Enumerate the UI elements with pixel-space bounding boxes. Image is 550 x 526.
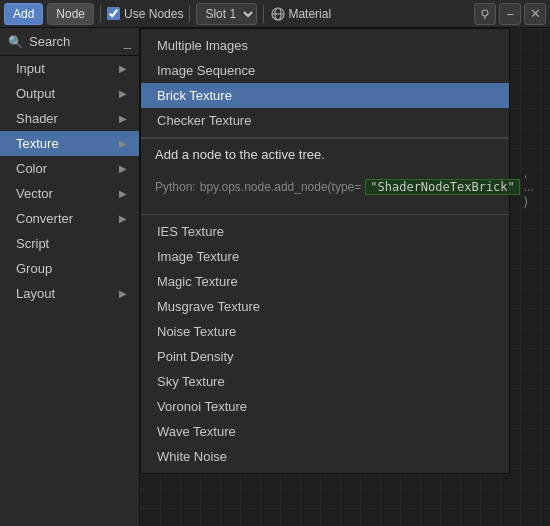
sidebar-item-group[interactable]: Group (0, 256, 139, 281)
search-cursor: _ (124, 34, 131, 49)
grid-background: Multiple ImagesImage SequenceBrick Textu… (140, 28, 550, 526)
sidebar-item-input[interactable]: Input▶ (0, 56, 139, 81)
dropdown-section-top: Multiple ImagesImage SequenceBrick Textu… (141, 29, 509, 138)
dropdown-item-sky-texture[interactable]: Sky Texture (141, 369, 509, 394)
header-bar: Add Node Use Nodes Slot 1 Material − ✕ (0, 0, 550, 28)
sidebar-arrow-converter: ▶ (119, 213, 127, 224)
sidebar-item-shader[interactable]: Shader▶ (0, 106, 139, 131)
svg-point-3 (482, 10, 488, 16)
sidebar-item-label-texture: Texture (16, 136, 59, 151)
dropdown-item-checker-texture[interactable]: Checker Texture (141, 108, 509, 133)
tooltip-python-suffix: , ... ) (524, 166, 534, 208)
dropdown-item-white-noise[interactable]: White Noise (141, 444, 509, 469)
dropdown-item-image-texture[interactable]: Image Texture (141, 244, 509, 269)
dropdown-item-multiple-images[interactable]: Multiple Images (141, 33, 509, 58)
dropdown-item-musgrave-texture[interactable]: Musgrave Texture (141, 294, 509, 319)
sidebar-item-layout[interactable]: Layout▶ (0, 281, 139, 306)
dropdown-item-point-density[interactable]: Point Density (141, 344, 509, 369)
sidebar-item-color[interactable]: Color▶ (0, 156, 139, 181)
sidebar-arrow-layout: ▶ (119, 288, 127, 299)
sidebar-items-container: Input▶Output▶Shader▶Texture▶Color▶Vector… (0, 56, 139, 306)
tooltip-python-code: bpy.ops.node.add_node(type= (200, 180, 362, 194)
sidebar-item-label-color: Color (16, 161, 47, 176)
sidebar-item-texture[interactable]: Texture▶ (0, 131, 139, 156)
globe-material[interactable]: Material (270, 6, 331, 22)
use-nodes-label: Use Nodes (124, 7, 183, 21)
sidebar-arrow-output: ▶ (119, 88, 127, 99)
dropdown-item-noise-texture[interactable]: Noise Texture (141, 319, 509, 344)
sidebar-item-output[interactable]: Output▶ (0, 81, 139, 106)
sidebar-item-label-script: Script (16, 236, 49, 251)
minus-icon: − (506, 6, 514, 22)
sidebar-arrow-vector: ▶ (119, 188, 127, 199)
globe-icon (270, 6, 286, 22)
search-input[interactable] (29, 34, 118, 49)
tooltip-python-prefix: Python: (155, 180, 196, 194)
header-separator-1 (100, 5, 101, 23)
material-label: Material (288, 7, 331, 21)
tooltip-python: Python: bpy.ops.node.add_node(type= "Sha… (155, 166, 495, 208)
dropdown-item-brick-texture[interactable]: Brick Texture (141, 83, 509, 108)
tooltip-title: Add a node to the active tree. (155, 147, 495, 162)
sidebar-item-label-vector: Vector (16, 186, 53, 201)
use-nodes-checkbox-label[interactable]: Use Nodes (107, 7, 183, 21)
add-button[interactable]: Add (4, 3, 43, 25)
dropdown-section-bottom: IES TextureImage TextureMagic TextureMus… (141, 215, 509, 473)
sidebar: 🔍 _ Input▶Output▶Shader▶Texture▶Color▶Ve… (0, 28, 140, 526)
sidebar-item-label-layout: Layout (16, 286, 55, 301)
tooltip-area: Add a node to the active tree. Python: b… (141, 138, 509, 215)
close-icon-btn[interactable]: ✕ (524, 3, 546, 25)
header-icons: − ✕ (474, 3, 546, 25)
dropdown-item-ies-texture[interactable]: IES Texture (141, 219, 509, 244)
use-nodes-checkbox[interactable] (107, 7, 120, 20)
sidebar-item-label-shader: Shader (16, 111, 58, 126)
dropdown-item-wave-texture[interactable]: Wave Texture (141, 419, 509, 444)
dropdown-popup: Multiple ImagesImage SequenceBrick Textu… (140, 28, 510, 474)
header-separator-2 (189, 5, 190, 23)
dropdown-item-image-sequence[interactable]: Image Sequence (141, 58, 509, 83)
sidebar-item-label-converter: Converter (16, 211, 73, 226)
minus-icon-btn[interactable]: − (499, 3, 521, 25)
header-separator-3 (263, 5, 264, 23)
sidebar-item-label-input: Input (16, 61, 45, 76)
tooltip-highlight: "ShaderNodeTexBrick" (365, 179, 520, 195)
pin-icon-btn[interactable] (474, 3, 496, 25)
sidebar-arrow-shader: ▶ (119, 113, 127, 124)
slot-select[interactable]: Slot 1 (196, 3, 257, 25)
sidebar-item-script[interactable]: Script (0, 231, 139, 256)
sidebar-item-label-group: Group (16, 261, 52, 276)
sidebar-item-label-output: Output (16, 86, 55, 101)
node-button[interactable]: Node (47, 3, 94, 25)
dropdown-item-magic-texture[interactable]: Magic Texture (141, 269, 509, 294)
dropdown-item-voronoi-texture[interactable]: Voronoi Texture (141, 394, 509, 419)
sidebar-arrow-color: ▶ (119, 163, 127, 174)
sidebar-arrow-input: ▶ (119, 63, 127, 74)
main-area: 🔍 _ Input▶Output▶Shader▶Texture▶Color▶Ve… (0, 28, 550, 526)
search-bar: 🔍 _ (0, 28, 139, 56)
pin-icon (479, 8, 491, 20)
sidebar-arrow-texture: ▶ (119, 138, 127, 149)
sidebar-item-vector[interactable]: Vector▶ (0, 181, 139, 206)
sidebar-item-converter[interactable]: Converter▶ (0, 206, 139, 231)
search-icon: 🔍 (8, 35, 23, 49)
close-icon: ✕ (530, 6, 541, 21)
